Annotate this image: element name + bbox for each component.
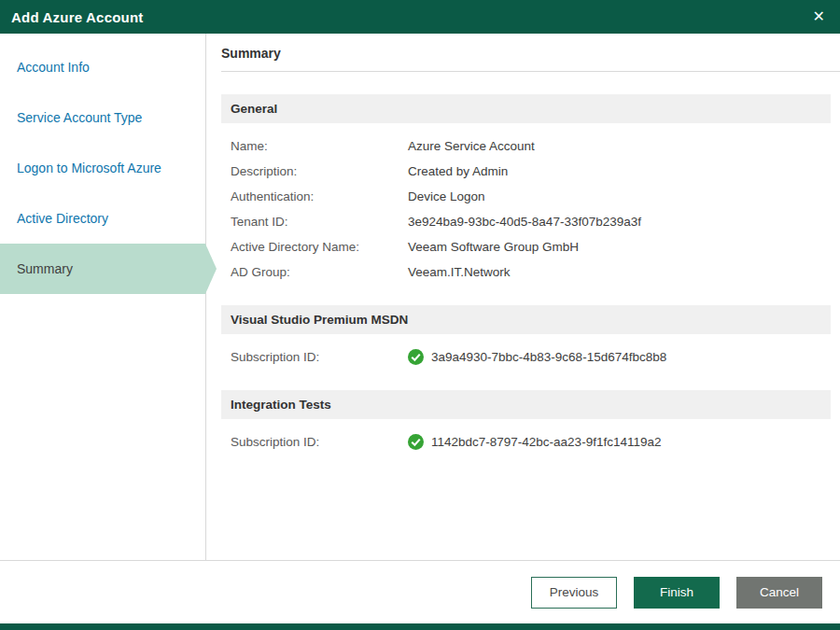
field-label: Authentication:	[231, 189, 408, 204]
sidebar-item-summary[interactable]: Summary	[0, 244, 205, 294]
summary-row-active-directory-name: Active Directory Name: Veeam Software Gr…	[221, 234, 831, 259]
field-label: Tenant ID:	[231, 214, 408, 230]
page-title: Summary	[221, 34, 840, 72]
sidebar-item-label: Service Account Type	[17, 110, 142, 125]
previous-button[interactable]: Previous	[531, 577, 617, 609]
dialog-footer: Previous Finish Cancel	[0, 560, 840, 623]
add-azure-account-dialog: Add Azure Account ✕ Account Info Service…	[0, 0, 840, 630]
finish-button[interactable]: Finish	[634, 577, 720, 609]
summary-row-subscription-id: Subscription ID: 3a9a4930-7bbc-4b83-9c68…	[221, 344, 831, 370]
sidebar-item-label: Active Directory	[17, 211, 108, 226]
section-heading-integration-tests: Integration Tests	[221, 390, 831, 419]
cancel-button[interactable]: Cancel	[736, 577, 822, 609]
field-value: 3a9a4930-7bbc-4b83-9c68-15d674fbc8b8	[431, 349, 666, 365]
close-icon[interactable]: ✕	[811, 6, 827, 28]
field-label: Description:	[231, 163, 408, 179]
field-label: Subscription ID:	[231, 349, 408, 365]
section-heading-general: General	[221, 94, 831, 123]
section-heading-vs-premium-msdn: Visual Studio Premium MSDN	[221, 305, 831, 334]
check-circle-icon	[408, 349, 424, 365]
field-value: Created by Admin	[408, 163, 508, 179]
sidebar-item-label: Summary	[17, 261, 73, 276]
titlebar: Add Azure Account ✕	[0, 0, 840, 34]
summary-row-tenant-id: Tenant ID: 3e924ba9-93bc-40d5-8a47-33f07…	[221, 209, 831, 234]
field-label: Name:	[231, 138, 408, 154]
dialog-body: Account Info Service Account Type Logon …	[0, 34, 840, 560]
field-label: Subscription ID:	[231, 434, 408, 450]
field-value: 3e924ba9-93bc-40d5-8a47-33f07b239a3f	[408, 214, 641, 230]
summary-row-name: Name: Azure Service Account	[221, 133, 831, 159]
summary-row-subscription-id: Subscription ID: 1142bdc7-8797-42bc-aa23…	[221, 429, 831, 455]
wizard-steps-sidebar: Account Info Service Account Type Logon …	[0, 34, 206, 560]
field-value: Veeam Software Group GmbH	[408, 239, 579, 255]
sidebar-item-label: Logon to Microsoft Azure	[17, 161, 161, 175]
section-general: General Name: Azure Service Account Desc…	[221, 94, 831, 288]
field-value: 1142bdc7-8797-42bc-aa23-9f1fc14119a2	[431, 434, 661, 450]
sidebar-item-account-info[interactable]: Account Info	[0, 42, 205, 92]
sidebar-item-service-account-type[interactable]: Service Account Type	[0, 92, 205, 143]
sidebar-item-label: Account Info	[17, 60, 90, 75]
summary-row-authentication: Authentication: Device Logon	[221, 184, 831, 209]
dialog-title: Add Azure Account	[11, 9, 143, 25]
summary-content: General Name: Azure Service Account Desc…	[221, 94, 840, 458]
field-label: Active Directory Name:	[231, 239, 408, 255]
field-value: Device Logon	[408, 189, 485, 204]
field-value: Azure Service Account	[408, 138, 535, 154]
check-circle-icon	[408, 434, 424, 450]
field-value: Veeam.IT.Network	[408, 264, 511, 280]
section-integration-tests: Integration Tests Subscription ID:	[221, 390, 831, 458]
sidebar-item-logon-to-microsoft-azure[interactable]: Logon to Microsoft Azure	[0, 143, 205, 193]
sidebar-item-active-directory[interactable]: Active Directory	[0, 193, 205, 244]
summary-panel: Summary General Name: Azure Service Acco…	[206, 34, 840, 560]
summary-row-description: Description: Created by Admin	[221, 159, 831, 184]
field-label: AD Group:	[231, 264, 408, 280]
window-bottom-border	[0, 623, 840, 630]
summary-row-ad-group: AD Group: Veeam.IT.Network	[221, 259, 831, 285]
section-visual-studio-premium-msdn: Visual Studio Premium MSDN Subscription …	[221, 305, 831, 373]
